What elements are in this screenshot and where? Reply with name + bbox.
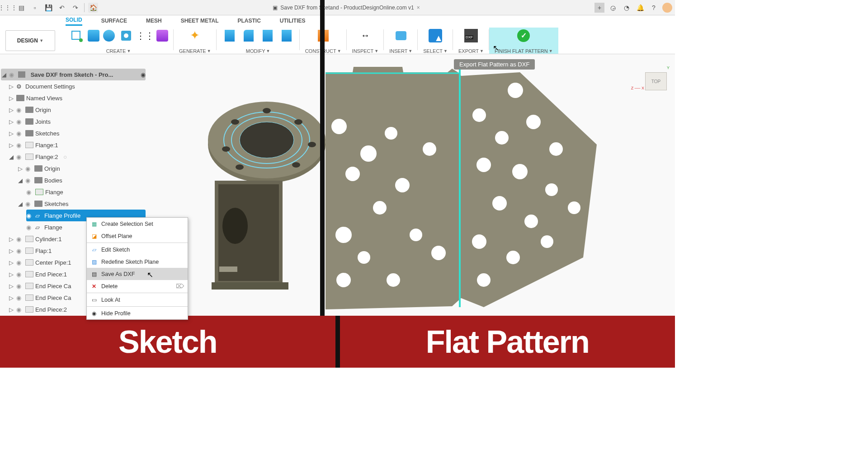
svg-point-31 <box>336 273 351 287</box>
tab-mesh[interactable]: MESH <box>146 18 162 25</box>
ctx-offset-plane[interactable]: ◪Offset Plane <box>87 230 188 242</box>
workspace-tabs: SOLID SURFACE MESH SHEET METAL PLASTIC U… <box>0 15 675 27</box>
notifications-icon[interactable]: 🔔 <box>635 3 645 13</box>
extensions-icon[interactable]: ◶ <box>608 3 618 13</box>
ctx-create-selection-set[interactable]: ▦Create Selection Set <box>87 218 188 230</box>
browser-flange2[interactable]: ◢◉Flange:2 ○ <box>8 151 146 163</box>
svg-point-44 <box>524 215 538 228</box>
file-icon[interactable]: ▤ <box>16 3 26 13</box>
flange-3d-model <box>181 86 330 303</box>
svg-point-1 <box>79 38 83 42</box>
finish-flat-pattern-label: FINISH FLAT PATTERN▼ <box>495 48 553 54</box>
select-icon[interactable]: ▲ <box>429 29 442 42</box>
svg-point-30 <box>385 127 397 140</box>
press-pull-icon[interactable] <box>222 28 237 43</box>
redo-icon[interactable]: ↷ <box>71 3 80 13</box>
ctx-delete[interactable]: ✕Delete⌦ <box>87 280 188 292</box>
cylinder-icon[interactable] <box>103 30 115 42</box>
svg-point-28 <box>395 178 410 192</box>
ribbon-toolbar: DESIGN ▼ ⋮⋮ CREATE▼ ✦ GENERATE▼ MODIFY▼ … <box>0 27 675 54</box>
tab-solid[interactable]: SOLID <box>66 17 82 26</box>
ctx-redefine-sketch-plane[interactable]: ▨Redefine Sketch Plane <box>87 256 188 268</box>
mouse-cursor-right: ↖ <box>493 43 499 53</box>
inspect-icon[interactable]: ↔ <box>358 28 373 43</box>
svg-point-39 <box>549 142 563 156</box>
combine-icon[interactable] <box>279 28 294 43</box>
svg-point-9 <box>263 108 271 113</box>
undo-icon[interactable]: ↶ <box>57 3 67 13</box>
svg-point-42 <box>545 183 558 196</box>
context-menu: ▦Create Selection Set ◪Offset Plane ▱Edi… <box>86 217 188 320</box>
document-tab[interactable]: ▣Save DXF from Sketand - ProductDesignOn… <box>102 5 591 11</box>
browser-joints[interactable]: ▷◉Joints <box>8 116 146 127</box>
tab-sheet-metal[interactable]: SHEET METAL <box>181 18 219 25</box>
tab-utilities[interactable]: UTILITIES <box>280 18 306 25</box>
modify-label: MODIFY▼ <box>246 48 270 54</box>
user-avatar[interactable] <box>662 3 672 13</box>
inspect-label: INSPECT▼ <box>352 48 379 54</box>
svg-point-29 <box>423 142 436 156</box>
svg-point-26 <box>335 227 352 243</box>
ctx-hide-profile[interactable]: ◉Hide Profile <box>87 307 188 319</box>
box-icon[interactable] <box>88 30 99 42</box>
pattern-icon[interactable]: ⋮⋮ <box>137 28 153 43</box>
view-cube[interactable]: TOP <box>645 72 667 90</box>
jobs-icon[interactable]: ◔ <box>622 3 632 13</box>
insert-icon[interactable] <box>396 31 406 40</box>
svg-point-47 <box>541 235 553 248</box>
apps-icon[interactable]: ⋮⋮⋮ <box>3 3 13 13</box>
browser-flange1[interactable]: ▷◉Flange:1 <box>8 139 146 151</box>
sketch-icon[interactable] <box>69 28 84 43</box>
home-icon[interactable]: 🏠 <box>88 3 98 13</box>
new-tab-icon[interactable]: + <box>594 3 604 13</box>
hole-icon[interactable] <box>118 28 134 43</box>
caption-flat-pattern: Flat Pattern <box>335 316 675 368</box>
tab-surface[interactable]: SURFACE <box>101 18 127 25</box>
fillet-icon[interactable] <box>241 28 256 43</box>
browser-bodies[interactable]: ◢◉Bodies <box>17 174 146 186</box>
browser-root[interactable]: ◢◉ Save DXF from Sketch - Pro...◉ <box>1 69 146 80</box>
derive-icon[interactable] <box>156 30 168 42</box>
tab-plastic[interactable]: PLASTIC <box>237 18 260 25</box>
browser-sketches2[interactable]: ◢◉Sketches <box>17 198 146 210</box>
new-icon[interactable]: ▫ <box>30 3 40 13</box>
generate-icon[interactable]: ✦ <box>187 28 203 43</box>
close-tab-icon[interactable]: × <box>417 5 420 11</box>
svg-rect-18 <box>219 266 237 272</box>
svg-rect-19 <box>212 282 288 290</box>
create-label: CREATE▼ <box>106 48 131 54</box>
split-divider <box>320 0 325 368</box>
browser-sketches[interactable]: ▷◉Sketches <box>8 127 146 139</box>
generate-label: GENERATE▼ <box>179 48 211 54</box>
svg-point-35 <box>472 108 486 122</box>
browser-flange-body[interactable]: ◉Flange <box>26 186 146 198</box>
design-dropdown[interactable]: DESIGN ▼ <box>5 30 55 51</box>
svg-point-46 <box>506 251 520 264</box>
flat-pattern-view <box>326 63 597 309</box>
select-label: SELECT▼ <box>423 48 448 54</box>
browser-origin2[interactable]: ▷◉Origin <box>17 163 146 174</box>
svg-point-32 <box>387 273 400 287</box>
mouse-cursor: ↖ <box>147 270 153 280</box>
svg-point-11 <box>308 142 316 147</box>
svg-point-48 <box>477 273 491 287</box>
ctx-save-as-dxf[interactable]: ▤Save As DXF <box>87 268 188 280</box>
ctx-edit-sketch[interactable]: ▱Edit Sketch <box>87 243 188 256</box>
svg-point-13 <box>222 146 230 152</box>
export-dxf-icon[interactable] <box>463 28 479 43</box>
svg-point-27 <box>358 251 370 264</box>
finish-check-icon[interactable]: ✓ <box>517 29 530 42</box>
svg-point-12 <box>292 162 300 168</box>
axis-y-label: Y <box>667 65 670 70</box>
browser-origin[interactable]: ▷◉Origin <box>8 104 146 116</box>
svg-point-23 <box>345 167 360 181</box>
browser-named-views[interactable]: ▷Named Views <box>8 92 146 104</box>
svg-point-37 <box>495 131 509 145</box>
shell-icon[interactable] <box>260 28 275 43</box>
help-icon[interactable]: ? <box>649 3 659 13</box>
export-tooltip: Export Flat Pattern as DXF <box>454 59 535 70</box>
ctx-look-at[interactable]: ▭Look At <box>87 294 188 306</box>
browser-doc-settings[interactable]: ▷⚙Document Settings <box>8 80 146 92</box>
quick-access-toolbar: ⋮⋮⋮ ▤ ▫ 💾 ↶ ↷ 🏠 ▣Save DXF from Sketand -… <box>0 0 675 15</box>
save-icon[interactable]: 💾 <box>43 3 53 13</box>
